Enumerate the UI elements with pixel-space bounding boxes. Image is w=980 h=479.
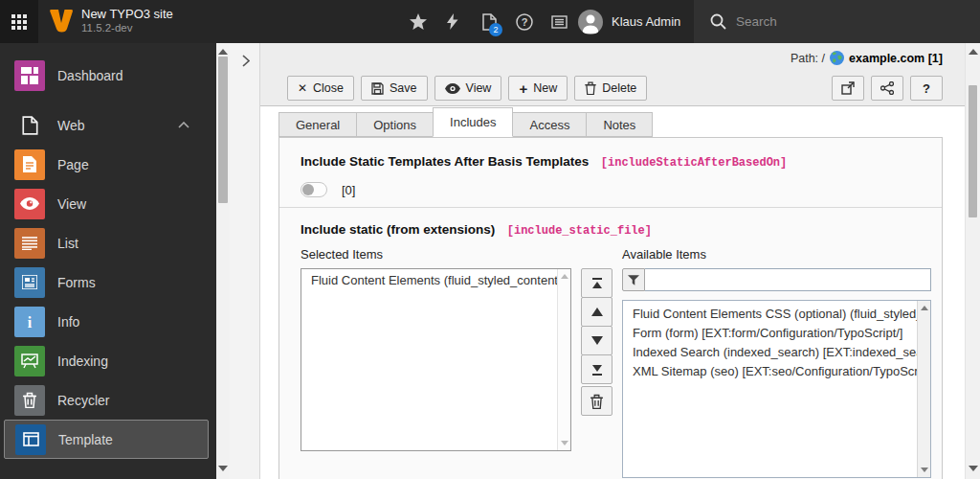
sidebar-item-label: Template bbox=[58, 432, 113, 447]
move-to-bottom-button[interactable] bbox=[581, 354, 612, 384]
search-icon bbox=[710, 13, 726, 30]
listbox-scrollbar[interactable] bbox=[917, 301, 930, 477]
topbar: New TYPO3 site 11.5.2-dev 2 ? bbox=[0, 0, 980, 43]
static-after-toggle[interactable] bbox=[301, 182, 327, 197]
trash-icon bbox=[585, 81, 596, 95]
avatar bbox=[578, 10, 603, 34]
remove-item-button[interactable] bbox=[581, 386, 612, 416]
close-button[interactable]: ✕ Close bbox=[287, 76, 354, 101]
available-option[interactable]: Form (form) [EXT:form/Configuration/Typo… bbox=[623, 324, 917, 343]
move-down-button[interactable] bbox=[581, 326, 612, 355]
sidebar-item-label: Recycler bbox=[57, 393, 109, 408]
save-button[interactable]: Save bbox=[361, 76, 428, 101]
filter-button[interactable] bbox=[622, 268, 645, 291]
save-icon bbox=[371, 82, 384, 95]
open-in-new-window-button[interactable] bbox=[832, 76, 864, 101]
sidebar-item-web[interactable]: Web bbox=[0, 105, 216, 145]
sidebar-item-label: Web bbox=[57, 118, 85, 133]
opened-documents-badge: 2 bbox=[489, 23, 502, 36]
search-bar bbox=[694, 0, 980, 43]
page-reference: example.com [1] bbox=[849, 52, 943, 65]
pagetree-expand-button[interactable] bbox=[237, 52, 255, 69]
content-area: Path: / example.com [1] ✕ Close bbox=[260, 43, 965, 479]
available-items-column: Available Items Fluid Content Elements C… bbox=[622, 247, 931, 478]
scroll-down-arrow[interactable] bbox=[921, 468, 928, 472]
scroll-up-arrow[interactable] bbox=[561, 274, 568, 279]
site-info: New TYPO3 site 11.5.2-dev bbox=[81, 7, 173, 35]
move-up-button[interactable] bbox=[581, 297, 612, 327]
user-menu-button[interactable]: Klaus Admin bbox=[567, 0, 692, 43]
bolt-icon bbox=[447, 13, 458, 30]
tab-options[interactable]: Options bbox=[356, 112, 434, 137]
tab-general[interactable]: General bbox=[278, 112, 357, 137]
module-menu-toggle-button[interactable] bbox=[0, 0, 38, 43]
forms-icon bbox=[14, 267, 45, 298]
page-icon bbox=[14, 149, 45, 180]
path-label: Path: / bbox=[791, 52, 825, 65]
context-help-button[interactable]: ? bbox=[910, 76, 943, 101]
sidebar-item-dashboard[interactable]: Dashboard bbox=[0, 56, 216, 95]
plus-icon: + bbox=[519, 80, 527, 97]
sidebar-item-info[interactable]: i Info bbox=[0, 302, 216, 341]
tab-access[interactable]: Access bbox=[512, 112, 587, 137]
toggle-knob bbox=[302, 184, 314, 195]
scroll-down-arrow[interactable] bbox=[218, 466, 228, 471]
bookmarks-button[interactable] bbox=[406, 0, 431, 43]
toggle-row: [0] bbox=[301, 182, 921, 197]
move-to-top-button[interactable] bbox=[581, 268, 612, 298]
site-version: 11.5.2-dev bbox=[81, 21, 173, 35]
form-tabs: General Options Includes Access Notes bbox=[278, 107, 652, 137]
content-scrollbar[interactable] bbox=[965, 43, 980, 479]
list-icon bbox=[551, 15, 568, 29]
question-circle-icon: ? bbox=[516, 13, 533, 31]
filter-input[interactable] bbox=[645, 268, 931, 291]
include-static-section: Include static (from extensions) [includ… bbox=[279, 208, 942, 478]
scroll-up-arrow[interactable] bbox=[969, 49, 978, 55]
sidebar-item-view[interactable]: View bbox=[0, 184, 216, 223]
new-button[interactable]: + New bbox=[508, 76, 568, 101]
help-button[interactable]: ? bbox=[512, 0, 537, 43]
eye-icon bbox=[14, 189, 45, 219]
delete-button[interactable]: Delete bbox=[574, 76, 647, 101]
typo3-logo-icon bbox=[49, 10, 74, 33]
chevron-up-icon[interactable] bbox=[178, 122, 189, 128]
available-option[interactable]: Indexed Search (indexed_search) [EXT:ind… bbox=[623, 343, 917, 362]
sidebar-item-label: Indexing bbox=[57, 354, 108, 369]
sidebar-item-list[interactable]: List bbox=[0, 223, 216, 262]
search-input[interactable] bbox=[736, 14, 927, 29]
listbox-scrollbar[interactable] bbox=[557, 269, 570, 450]
clear-cache-button[interactable] bbox=[441, 0, 464, 43]
available-option[interactable]: XML Sitemap (seo) [EXT:seo/Configuration… bbox=[623, 362, 917, 381]
share-button[interactable] bbox=[871, 76, 903, 101]
sidebar-item-indexing[interactable]: Indexing bbox=[0, 341, 216, 380]
svg-text:?: ? bbox=[522, 16, 528, 28]
module-menu-scrollbar[interactable] bbox=[216, 43, 230, 479]
scroll-up-arrow[interactable] bbox=[218, 49, 228, 55]
scroll-down-arrow[interactable] bbox=[561, 441, 568, 445]
available-items-listbox[interactable]: Fluid Content Elements CSS (optional) (f… bbox=[622, 300, 931, 478]
opened-documents-button[interactable] bbox=[477, 0, 501, 43]
sidebar-item-template[interactable]: Template bbox=[4, 420, 209, 459]
reorder-buttons-column bbox=[581, 247, 612, 478]
available-option[interactable]: Fluid Content Elements CSS (optional) (f… bbox=[623, 305, 917, 324]
scrollbar-thumb[interactable] bbox=[218, 57, 228, 203]
view-button[interactable]: View bbox=[434, 76, 502, 101]
sidebar-item-page[interactable]: Page bbox=[0, 145, 216, 184]
pagetree-strip bbox=[230, 43, 260, 479]
sidebar-item-label: Info bbox=[57, 314, 79, 330]
sidebar-item-forms[interactable]: Forms bbox=[0, 262, 216, 302]
tab-includes[interactable]: Includes bbox=[433, 107, 513, 137]
field-code: [include_static_file] bbox=[507, 224, 652, 238]
selected-option[interactable]: Fluid Content Elements (fluid_styled_con… bbox=[301, 269, 557, 289]
external-link-icon bbox=[841, 81, 855, 95]
scroll-up-arrow[interactable] bbox=[921, 306, 928, 310]
site-title: New TYPO3 site bbox=[81, 7, 173, 21]
svg-text:i: i bbox=[28, 314, 33, 331]
includes-tab-panel: Include Static Templates After Basis Tem… bbox=[278, 137, 943, 479]
sidebar-item-recycler[interactable]: Recycler bbox=[0, 380, 216, 420]
tab-notes[interactable]: Notes bbox=[586, 112, 653, 137]
scroll-down-arrow[interactable] bbox=[969, 466, 978, 471]
selected-items-listbox[interactable]: Fluid Content Elements (fluid_styled_con… bbox=[301, 268, 571, 451]
scrollbar-thumb[interactable] bbox=[969, 85, 977, 217]
field-heading: Include static (from extensions) [includ… bbox=[301, 220, 921, 238]
